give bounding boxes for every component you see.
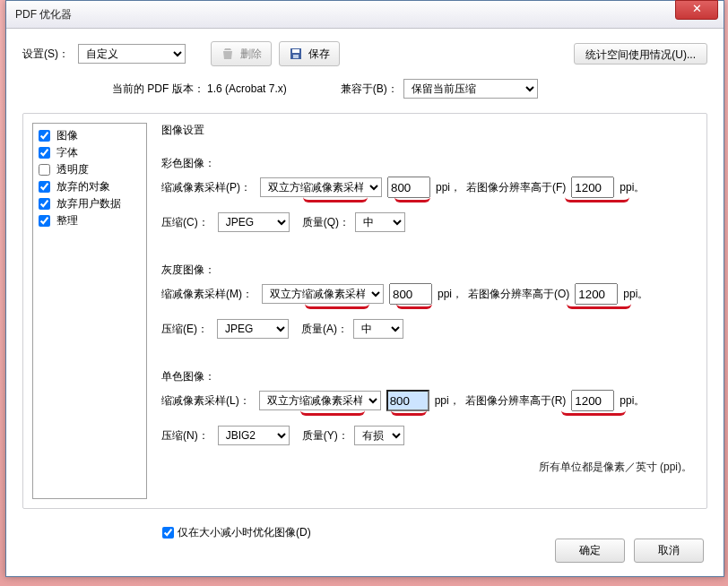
sidebar-check-discard-objects[interactable]: [39, 181, 50, 193]
trash-icon: [221, 47, 235, 61]
red-mark-icon: [394, 196, 430, 203]
cancel-button[interactable]: 取消: [634, 539, 704, 563]
optimize-only-shrink-label: 仅在大小减小时优化图像(D): [178, 525, 311, 540]
mono-compress-label: 压缩(N)：: [161, 428, 209, 444]
color-ppi-input[interactable]: [387, 177, 430, 198]
gray-downsample-label: 缩减像素采样(M)：: [161, 287, 253, 302]
main-panel: 图像 字体 透明度 放弃的对象 放弃用户数据 整理 图像设置 彩色图像： 缩减像…: [22, 113, 707, 509]
top-toolbar: 设置(S)： 自定义 删除 保存 统计空间使用情况(U)...: [22, 41, 707, 66]
gray-quality-select[interactable]: 中: [353, 319, 403, 339]
ok-button[interactable]: 确定: [555, 539, 625, 563]
gray-threshold-unit: ppi。: [623, 287, 648, 302]
color-downsample-select[interactable]: 双立方缩减像素采样至: [260, 177, 382, 197]
sidebar-item-images[interactable]: 图像: [39, 127, 141, 144]
gray-title: 灰度图像：: [161, 263, 692, 278]
red-mark-icon: [567, 303, 631, 309]
mono-quality-select[interactable]: 有损: [354, 426, 404, 445]
mono-threshold-label: 若图像分辨率高于(R): [465, 393, 567, 409]
mono-compress-select[interactable]: JBIG2: [218, 426, 290, 445]
compat-select[interactable]: 保留当前压缩: [403, 79, 538, 99]
mono-downsample-label: 缩减像素采样(L)：: [161, 393, 250, 409]
color-title: 彩色图像：: [161, 156, 692, 171]
mono-title: 单色图像：: [161, 369, 692, 384]
delete-button[interactable]: 删除: [211, 41, 272, 66]
gray-downsample-row: 缩减像素采样(M)： 双立方缩减像素采样至 ppi， 若图像分辨率高于(O) p…: [161, 283, 692, 305]
color-downsample-row: 缩减像素采样(P)： 双立方缩减像素采样至 ppi， 若图像分辨率高于(F) p…: [161, 177, 692, 198]
sidebar-item-discard-userdata[interactable]: 放弃用户数据: [39, 195, 141, 212]
mono-compress-row: 压缩(N)： JBIG2 质量(Y)： 有损: [161, 426, 692, 445]
version-info-row: 当前的 PDF 版本： 1.6 (Acrobat 7.x) 兼容于(B)： 保留…: [112, 79, 707, 99]
settings-label: 设置(S)：: [22, 47, 69, 62]
red-mark-icon: [391, 409, 427, 416]
content-area: 设置(S)： 自定义 删除 保存 统计空间使用情况(U)... 当前的 P: [6, 29, 724, 577]
red-mark-icon: [300, 409, 365, 416]
red-mark-icon: [565, 196, 629, 203]
save-label: 保存: [308, 47, 330, 62]
svg-rect-1: [292, 49, 299, 53]
red-mark-icon: [303, 196, 368, 203]
window-title: PDF 优化器: [15, 7, 72, 22]
color-quality-label: 质量(Q)：: [302, 215, 350, 230]
save-button[interactable]: 保存: [279, 41, 340, 66]
mono-downsample-row: 缩减像素采样(L)： 双立方缩减像素采样至 ppi， 若图像分辨率高于(R) p…: [161, 390, 692, 411]
sidebar: 图像 字体 透明度 放弃的对象 放弃用户数据 整理: [32, 123, 147, 499]
color-compress-row: 压缩(C)： JPEG 质量(Q)： 中: [161, 212, 692, 232]
sidebar-check-images[interactable]: [39, 130, 50, 142]
sidebar-check-cleanup[interactable]: [39, 215, 50, 227]
sidebar-check-fonts[interactable]: [39, 147, 50, 159]
close-button[interactable]: ✕: [675, 0, 718, 20]
mono-ppi-input[interactable]: [386, 390, 429, 411]
image-settings-pane: 图像设置 彩色图像： 缩减像素采样(P)： 双立方缩减像素采样至 ppi， 若图…: [156, 114, 706, 508]
gray-compress-select[interactable]: JPEG: [217, 319, 289, 339]
dialog-window: PDF 优化器 ✕ 设置(S)： 自定义 删除 保存 统计空间使用情况(U)..: [5, 0, 724, 577]
sidebar-item-fonts[interactable]: 字体: [39, 144, 141, 161]
settings-select[interactable]: 自定义: [78, 44, 186, 64]
color-downsample-label: 缩减像素采样(P)：: [161, 180, 251, 195]
gray-ppi-input[interactable]: [389, 283, 432, 305]
mono-threshold-input[interactable]: [571, 390, 614, 411]
units-note: 所有单位都是像素／英寸 (ppi)。: [161, 460, 692, 475]
footer-buttons: 确定 取消: [555, 539, 704, 563]
gray-threshold-label: 若图像分辨率高于(O): [468, 287, 569, 302]
gray-compress-row: 压缩(E)： JPEG 质量(A)： 中: [161, 319, 692, 339]
sidebar-check-transparency[interactable]: [39, 164, 50, 176]
svg-rect-2: [293, 55, 299, 58]
color-threshold-unit: ppi。: [620, 180, 645, 195]
current-version-label: 当前的 PDF 版本：: [112, 82, 204, 95]
usage-button[interactable]: 统计空间使用情况(U)...: [574, 43, 707, 65]
save-icon: [289, 47, 303, 61]
sidebar-item-discard-objects[interactable]: 放弃的对象: [39, 178, 141, 195]
gray-threshold-input[interactable]: [575, 283, 618, 305]
sidebar-check-discard-userdata[interactable]: [39, 198, 50, 210]
mono-quality-label: 质量(Y)：: [302, 428, 349, 444]
color-quality-select[interactable]: 中: [355, 212, 405, 232]
delete-label: 删除: [240, 47, 262, 62]
mono-ppi-unit: ppi，: [435, 393, 460, 409]
red-mark-icon: [396, 303, 432, 309]
color-ppi-unit: ppi，: [436, 180, 461, 195]
red-mark-icon: [305, 303, 369, 309]
red-mark-icon: [561, 409, 626, 416]
optimize-only-shrink-checkbox[interactable]: [162, 527, 174, 539]
mono-threshold-unit: ppi。: [620, 393, 645, 409]
gray-quality-label: 质量(A)：: [301, 322, 348, 337]
gray-downsample-select[interactable]: 双立方缩减像素采样至: [262, 284, 384, 304]
color-threshold-label: 若图像分辨率高于(F): [466, 180, 566, 195]
color-compress-label: 压缩(C)：: [161, 215, 209, 230]
image-settings-title: 图像设置: [161, 123, 692, 138]
sidebar-item-transparency[interactable]: 透明度: [39, 161, 141, 178]
sidebar-item-cleanup[interactable]: 整理: [39, 212, 141, 229]
color-threshold-input[interactable]: [571, 177, 614, 198]
mono-downsample-select[interactable]: 双立方缩减像素采样至: [259, 391, 381, 410]
compat-label: 兼容于(B)：: [341, 82, 398, 97]
gray-ppi-unit: ppi，: [438, 287, 463, 302]
gray-compress-label: 压缩(E)：: [161, 322, 208, 337]
current-version-value: 1.6 (Acrobat 7.x): [207, 82, 287, 95]
color-compress-select[interactable]: JPEG: [218, 212, 290, 232]
titlebar: PDF 优化器 ✕: [6, 1, 724, 29]
